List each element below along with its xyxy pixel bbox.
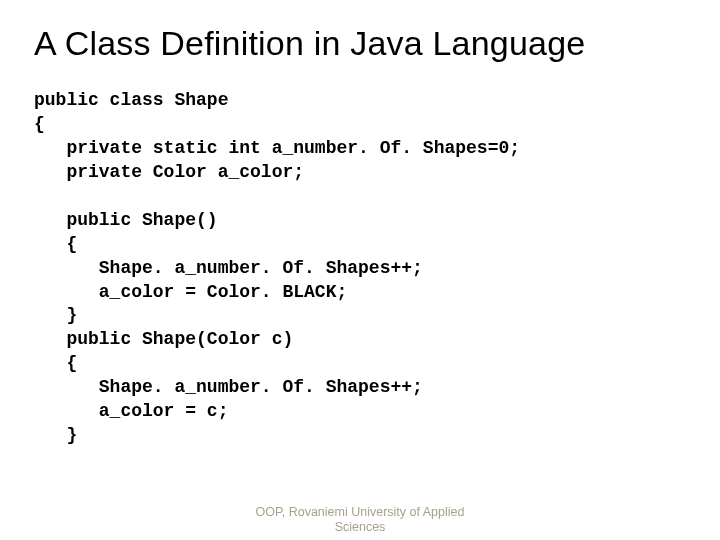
page-title: A Class Definition in Java Language [34,24,686,63]
code-line: public class Shape [34,90,228,110]
footer-text: OOP, Rovaniemi University of Applied Sci… [0,505,720,534]
footer-line-1: OOP, Rovaniemi University of Applied [0,505,720,519]
code-line: public Shape(Color c) [34,329,293,349]
code-line: public Shape() [34,210,218,230]
code-line: private Color a_color; [34,162,304,182]
footer-line-2: Sciences [0,520,720,534]
slide: A Class Definition in Java Language publ… [0,0,720,540]
code-block: public class Shape { private static int … [34,89,686,448]
code-line: a_color = Color. BLACK; [34,282,347,302]
code-line: Shape. a_number. Of. Shapes++; [34,258,423,278]
code-line: } [34,425,77,445]
code-line: private static int a_number. Of. Shapes=… [34,138,520,158]
code-line: { [34,353,77,373]
code-line: Shape. a_number. Of. Shapes++; [34,377,423,397]
code-line: { [34,234,77,254]
code-line: a_color = c; [34,401,228,421]
code-line: { [34,114,45,134]
code-line: } [34,305,77,325]
